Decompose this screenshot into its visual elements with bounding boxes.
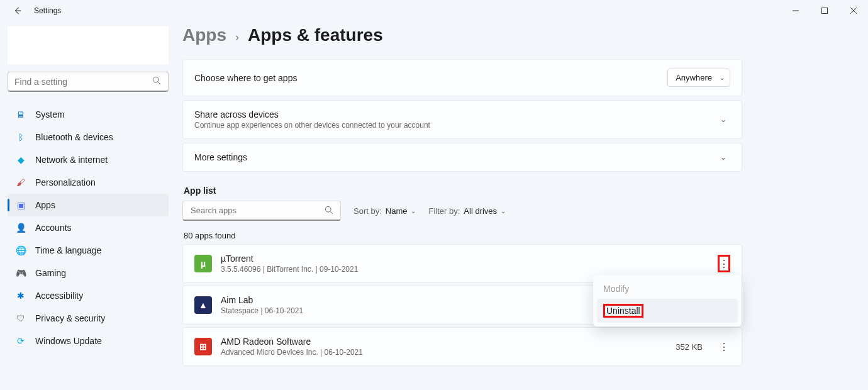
maximize-icon — [821, 8, 828, 14]
sidebar-item-bluetooth-devices[interactable]: ᛒBluetooth & devices — [8, 126, 169, 148]
wifi-icon: ◆ — [15, 154, 26, 165]
app-size: 352 KB — [676, 342, 703, 352]
app-row[interactable]: ⊞AMD Radeon SoftwareAdvanced Micro Devic… — [182, 327, 742, 366]
accessibility-icon: ✱ — [15, 290, 26, 301]
sidebar-item-accounts[interactable]: 👤Accounts — [8, 216, 169, 239]
sidebar-item-time-language[interactable]: 🌐Time & language — [8, 239, 169, 262]
app-icon: ⊞ — [194, 338, 212, 355]
more-settings-title: More settings — [194, 152, 247, 162]
sidebar-item-personalization[interactable]: 🖌Personalization — [8, 171, 169, 194]
sidebar-item-system[interactable]: 🖥System — [8, 103, 169, 126]
sidebar-item-label: Network & internet — [35, 155, 108, 165]
sidebar-item-windows-update[interactable]: ⟳Windows Update — [8, 330, 169, 352]
sidebar-item-accessibility[interactable]: ✱Accessibility — [8, 284, 169, 307]
share-devices-sub: Continue app experiences on other device… — [194, 121, 430, 130]
search-icon — [152, 76, 162, 86]
sidebar-item-label: Accessibility — [35, 291, 83, 301]
sidebar-item-privacy-security[interactable]: 🛡Privacy & security — [8, 307, 169, 330]
sidebar-item-label: Time & language — [35, 245, 101, 255]
globe-icon: 🌐 — [15, 245, 26, 256]
chevron-down-icon: ⌄ — [411, 208, 416, 214]
search-wrap — [8, 72, 169, 92]
app-name: AMD Radeon Software — [221, 337, 676, 347]
sidebar-item-label: System — [35, 109, 65, 120]
search-input[interactable] — [8, 72, 169, 92]
breadcrumb: Apps › Apps & features — [182, 25, 742, 45]
choose-apps-card: Choose where to get apps Anywhere ⌄ — [182, 59, 742, 96]
sidebar: 🖥SystemᛒBluetooth & devices◆Network & in… — [0, 21, 176, 390]
sort-label: Sort by: — [353, 206, 382, 216]
app-icon: ▲ — [194, 296, 212, 314]
person-icon: 👤 — [15, 222, 26, 233]
sidebar-item-label: Gaming — [35, 268, 66, 278]
minimize-icon — [793, 8, 799, 14]
main-content: Apps › Apps & features Choose where to g… — [176, 21, 868, 390]
page-title: Apps & features — [248, 25, 383, 45]
sidebar-item-label: Apps — [35, 200, 55, 210]
app-search-input[interactable] — [182, 201, 341, 221]
filter-by-dropdown[interactable]: Filter by: All drives ⌄ — [428, 206, 506, 216]
chevron-right-icon: › — [235, 31, 239, 44]
sort-by-dropdown[interactable]: Sort by: Name ⌄ — [353, 206, 416, 216]
monitor-icon: 🖥 — [15, 109, 26, 120]
app-count: 80 apps found — [184, 231, 742, 240]
nav-list: 🖥SystemᛒBluetooth & devices◆Network & in… — [8, 103, 169, 352]
update-icon: ⟳ — [15, 335, 26, 347]
svg-point-2 — [325, 206, 331, 212]
game-icon: 🎮 — [15, 267, 26, 279]
chevron-down-icon: ⌄ — [720, 153, 730, 162]
sidebar-item-label: Personalization — [35, 177, 96, 187]
close-button[interactable] — [839, 0, 868, 21]
app-row[interactable]: µµTorrent3.5.5.46096 | BitTorrent Inc. |… — [182, 244, 742, 283]
filter-value: All drives — [464, 206, 497, 216]
bluetooth-icon: ᛒ — [15, 131, 26, 143]
sidebar-item-label: Windows Update — [35, 336, 102, 346]
window-title: Settings — [34, 6, 61, 15]
arrow-left-icon — [13, 6, 22, 15]
share-devices-title: Share across devices — [194, 109, 430, 120]
context-menu: ModifyUninstall — [593, 275, 742, 326]
app-list-label: App list — [184, 186, 742, 196]
app-meta: 3.5.5.46096 | BitTorrent Inc. | 09-10-20… — [221, 265, 703, 274]
svg-rect-0 — [822, 8, 828, 14]
close-icon — [850, 8, 857, 14]
choose-apps-title: Choose where to get apps — [194, 73, 297, 83]
sidebar-item-network-internet[interactable]: ◆Network & internet — [8, 148, 169, 171]
user-panel — [8, 26, 169, 64]
maximize-button[interactable] — [810, 0, 839, 21]
app-name: µTorrent — [221, 254, 703, 264]
window-controls — [781, 0, 868, 21]
apps-icon: ▣ — [15, 199, 26, 211]
sidebar-item-label: Privacy & security — [35, 313, 105, 323]
sort-value: Name — [386, 206, 408, 216]
sidebar-item-label: Bluetooth & devices — [35, 132, 113, 142]
chevron-down-icon: ⌄ — [501, 208, 506, 214]
choose-apps-dropdown[interactable]: Anywhere ⌄ — [667, 69, 730, 87]
titlebar: Settings — [0, 0, 868, 21]
back-button[interactable] — [11, 4, 24, 17]
breadcrumb-root[interactable]: Apps — [182, 25, 226, 45]
app-list-controls: Sort by: Name ⌄ Filter by: All drives ⌄ — [182, 201, 742, 221]
minimize-button[interactable] — [781, 0, 810, 21]
uninstall-option[interactable]: Uninstall — [597, 299, 738, 323]
svg-point-1 — [153, 77, 159, 82]
app-icon: µ — [194, 255, 212, 272]
more-options-button[interactable]: ⋮ — [718, 338, 730, 355]
sidebar-item-label: Accounts — [35, 223, 72, 233]
search-icon — [325, 206, 335, 216]
chevron-down-icon: ⌄ — [720, 74, 725, 81]
more-options-button[interactable]: ⋮ — [718, 255, 730, 272]
filter-label: Filter by: — [428, 206, 460, 216]
app-meta: Advanced Micro Devices Inc. | 06-10-2021 — [221, 348, 676, 357]
sidebar-item-apps[interactable]: ▣Apps — [8, 194, 169, 216]
brush-icon: 🖌 — [15, 177, 26, 188]
choose-apps-value: Anywhere — [676, 73, 712, 82]
sidebar-item-gaming[interactable]: 🎮Gaming — [8, 262, 169, 284]
modify-option: Modify — [597, 279, 738, 299]
share-devices-card[interactable]: Share across devices Continue app experi… — [182, 100, 742, 139]
shield-icon: 🛡 — [15, 313, 26, 324]
chevron-down-icon: ⌄ — [720, 115, 730, 124]
more-settings-card[interactable]: More settings ⌄ — [182, 143, 742, 172]
app-rows: µµTorrent3.5.5.46096 | BitTorrent Inc. |… — [182, 244, 742, 366]
